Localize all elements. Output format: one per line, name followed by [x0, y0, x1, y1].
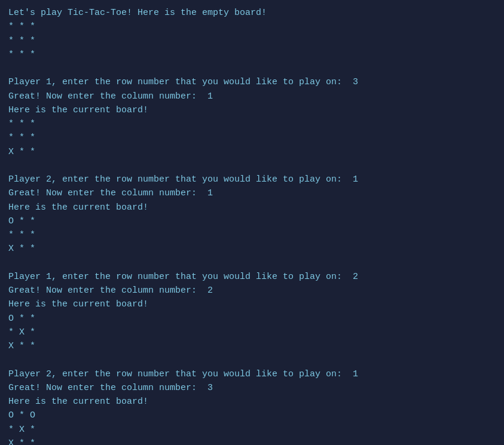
terminal-window: Let's play Tic-Tac-Toe! Here is the empt…	[0, 0, 504, 445]
line-25: X * *	[8, 339, 496, 353]
line-2: * * *	[8, 20, 496, 33]
line-21: Great! Now enter the column number: 2	[8, 284, 496, 297]
empty-line-line-19	[8, 256, 496, 270]
line-18: X * *	[8, 242, 496, 256]
line-32: X * *	[8, 437, 496, 445]
line-10: * * *	[8, 131, 496, 145]
line-16: O * *	[8, 214, 496, 228]
line-28: Great! Now enter the column number: 3	[8, 381, 496, 395]
empty-line-line-5	[8, 62, 496, 75]
line-7: Great! Now enter the column number: 1	[8, 90, 496, 103]
line-9: * * *	[8, 117, 496, 131]
line-13: Player 2, enter the row number that you …	[8, 173, 496, 186]
line-1: Let's play Tic-Tac-Toe! Here is the empt…	[8, 6, 496, 20]
line-24: * X *	[8, 326, 496, 339]
line-3: * * *	[8, 34, 496, 48]
line-22: Here is the current board!	[8, 297, 496, 311]
line-6: Player 1, enter the row number that you …	[8, 75, 496, 89]
line-23: O * *	[8, 312, 496, 326]
line-29: Here is the current board!	[8, 395, 496, 409]
line-31: * X *	[8, 423, 496, 437]
line-15: Here is the current board!	[8, 201, 496, 214]
line-14: Great! Now enter the column number: 1	[8, 186, 496, 200]
empty-line-line-26	[8, 353, 496, 367]
empty-line-line-12	[8, 159, 496, 173]
line-20: Player 1, enter the row number that you …	[8, 270, 496, 284]
line-11: X * *	[8, 145, 496, 159]
line-17: * * *	[8, 228, 496, 242]
line-8: Here is the current board!	[8, 103, 496, 117]
line-27: Player 2, enter the row number that you …	[8, 367, 496, 381]
line-30: O * O	[8, 409, 496, 422]
line-4: * * *	[8, 48, 496, 62]
